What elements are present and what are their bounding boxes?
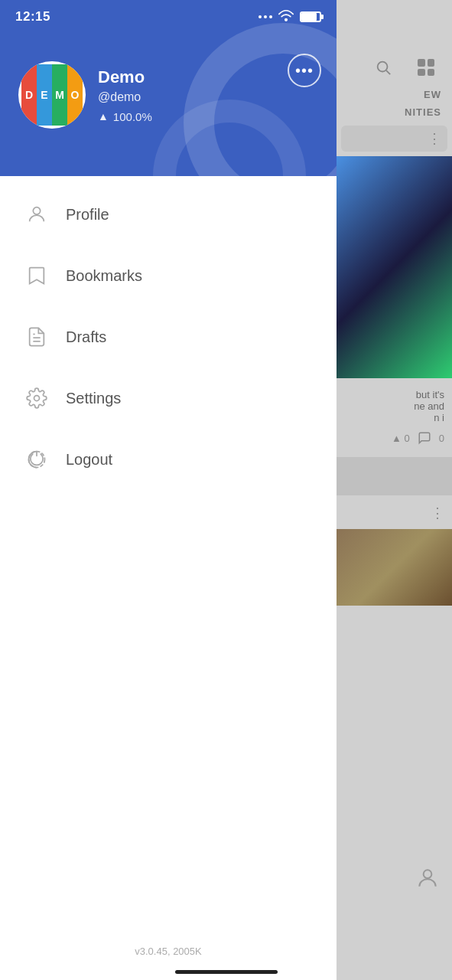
svg-point-0 <box>378 62 388 72</box>
more-options-label: ••• <box>295 62 314 80</box>
background-panel: EW NITIES ⋮ but it's ne and n i ▲ 0 0 ⋮ <box>337 0 452 980</box>
user-info: D E M O Demo @demo ▲ 100.0% <box>0 46 337 144</box>
bg-image-strip-1 <box>337 156 452 378</box>
drawer-header: 12:15 D <box>0 0 337 176</box>
drafts-label: Drafts <box>66 328 106 346</box>
svg-point-2 <box>424 870 432 878</box>
svg-line-1 <box>386 70 390 74</box>
menu-item-bookmarks[interactable]: Bookmarks <box>0 245 337 306</box>
bg-user-icon <box>415 866 440 896</box>
bg-search-icon <box>369 54 397 81</box>
status-bar: 12:15 <box>0 0 337 34</box>
svg-point-3 <box>33 207 40 214</box>
bg-divider <box>337 457 452 495</box>
bg-stats: ▲ 0 0 <box>337 423 452 452</box>
menu-item-drafts[interactable]: Drafts <box>0 306 337 368</box>
logout-icon <box>23 446 50 473</box>
demo-logo: D E M O <box>21 64 83 126</box>
drafts-icon <box>23 323 50 351</box>
settings-icon <box>23 384 50 412</box>
bg-nities-label: NITIES <box>337 103 452 121</box>
menu-list: Profile Bookmarks Drafts <box>0 176 337 938</box>
bg-grid-icon <box>412 54 440 81</box>
svg-point-6 <box>34 396 40 401</box>
profile-label: Profile <box>66 206 109 224</box>
bg-image-strip-2 <box>337 529 452 606</box>
avatar: D E M O <box>18 61 86 129</box>
home-indicator <box>175 970 278 974</box>
bg-dots-2: ⋮ <box>337 500 452 526</box>
menu-item-logout[interactable]: Logout <box>0 429 337 490</box>
menu-item-profile[interactable]: Profile <box>0 184 337 245</box>
status-icons <box>259 9 321 24</box>
bg-text-1: but it's ne and n i <box>337 381 452 423</box>
settings-label: Settings <box>66 390 121 407</box>
status-time: 12:15 <box>15 9 50 24</box>
bg-card-1: ⋮ <box>341 126 447 152</box>
logout-label: Logout <box>66 451 112 469</box>
user-details: Demo @demo ▲ 100.0% <box>98 67 318 123</box>
navigation-drawer: 12:15 D <box>0 0 337 980</box>
bookmarks-label: Bookmarks <box>66 267 142 285</box>
user-handle: @demo <box>98 90 318 104</box>
bg-dots-1: ⋮ <box>347 132 441 145</box>
score-value: 100.0% <box>113 110 152 123</box>
wifi-icon <box>278 9 294 24</box>
version-text: v3.0.45, 2005K <box>0 938 337 980</box>
person-icon <box>23 201 50 228</box>
more-options-button[interactable]: ••• <box>288 54 321 87</box>
score-arrow-icon: ▲ <box>98 110 109 122</box>
battery-icon <box>300 11 321 22</box>
signal-dots <box>259 15 272 18</box>
menu-item-settings[interactable]: Settings <box>0 368 337 429</box>
user-score: ▲ 100.0% <box>98 110 318 123</box>
bookmark-icon <box>23 262 50 289</box>
user-name: Demo <box>98 67 318 87</box>
bg-section-label: EW <box>337 81 452 103</box>
